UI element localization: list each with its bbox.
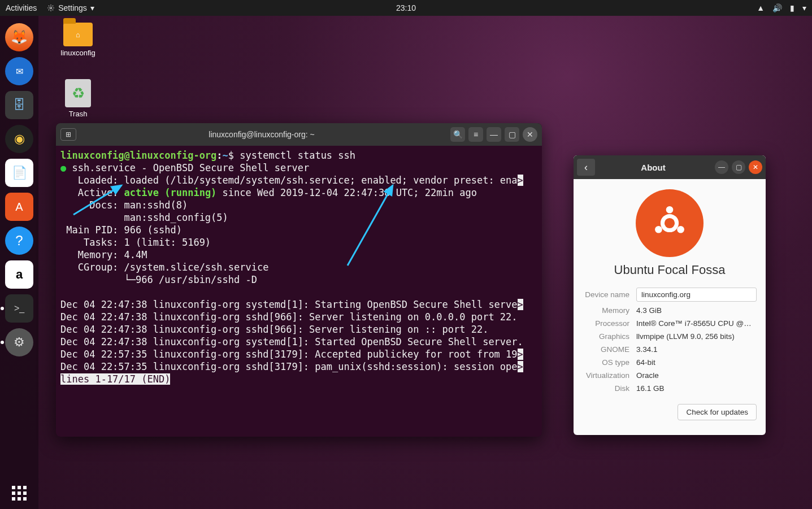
tasks-line: Tasks: 1 (limit: 5169) [60, 237, 211, 248]
pager-status: lines 1-17/17 (END) [60, 373, 170, 385]
clock[interactable]: 23:10 [396, 3, 416, 12]
status-dot-icon: ● [60, 162, 66, 173]
app-menu-label: Settings [58, 3, 87, 12]
terminal-body[interactable]: linuxconfig@linuxconfig-org:~$ systemctl… [56, 146, 542, 437]
about-row-processor: Processor Intel® Core™ i7-8565U CPU @… [583, 319, 757, 328]
dock-writer[interactable]: 📄 [5, 159, 33, 187]
dock-thunderbird[interactable]: ✉ [5, 57, 33, 85]
terminal-window: ⊞ linuxconfig@linuxconfig-org: ~ 🔍 ≡ — ▢… [56, 123, 542, 437]
about-window: ‹ About — ▢ ✕ Ubuntu Focal Fossa Device … [574, 155, 766, 435]
about-value: Intel® Core™ i7-8565U CPU @… [636, 319, 757, 328]
folder-icon: ⌂ [63, 23, 93, 46]
svg-point-3 [662, 216, 676, 230]
log-line: Dec 04 22:47:38 linuxconfig-org systemd[… [60, 299, 518, 310]
terminal-maximize-button[interactable]: ▢ [505, 127, 519, 142]
ubuntu-logo-icon [636, 189, 704, 257]
about-label: OS type [583, 358, 636, 367]
dock-files[interactable]: 🗄 [5, 91, 33, 119]
distro-name: Ubuntu Focal Fossa [614, 263, 726, 277]
about-value: llvmpipe (LLVM 9.0, 256 bits) [636, 332, 757, 341]
check-updates-button[interactable]: Check for updates [678, 404, 757, 420]
about-label: Device name [583, 290, 636, 299]
active-label: Active: [60, 187, 124, 198]
system-menu-chevron-icon[interactable]: ▾ [802, 3, 806, 12]
about-label: GNOME [583, 345, 636, 354]
about-label: Processor [583, 319, 636, 328]
speaker-icon: ◉ [14, 132, 25, 146]
thunderbird-icon: ✉ [16, 66, 23, 77]
desktop-trash-label: Trash [55, 110, 101, 118]
terminal-new-tab-button[interactable]: ⊞ [60, 128, 76, 141]
device-name-input[interactable] [636, 288, 757, 302]
about-minimize-button[interactable]: — [715, 160, 728, 174]
about-row-graphics: Graphics llvmpipe (LLVM 9.0, 256 bits) [583, 332, 757, 341]
about-label: Virtualization [583, 371, 636, 380]
log-line: Dec 04 22:57:35 linuxconfig-org sshd[317… [60, 349, 518, 360]
desktop-trash[interactable]: Trash [55, 79, 101, 118]
dock-terminal[interactable]: >_ [5, 294, 33, 323]
terminal-menu-button[interactable]: ≡ [468, 127, 483, 142]
hamburger-icon: ≡ [474, 130, 478, 139]
about-maximize-button[interactable]: ▢ [732, 160, 745, 174]
terminal-titlebar[interactable]: ⊞ linuxconfig@linuxconfig-org: ~ 🔍 ≡ — ▢… [56, 123, 542, 146]
cgroup-line-2: └─966 /usr/sbin/sshd -D [60, 274, 257, 285]
help-icon: ? [15, 233, 23, 249]
terminal-icon: >_ [14, 303, 24, 314]
about-title: About [595, 163, 711, 172]
about-row-virt: Virtualization Oracle [583, 371, 757, 380]
writer-icon: 📄 [12, 166, 27, 180]
about-body: Ubuntu Focal Fossa Device name Memory 4.… [574, 179, 766, 435]
volume-icon[interactable]: 🔊 [772, 3, 782, 12]
prompt-path: ~ [223, 150, 228, 161]
about-titlebar[interactable]: ‹ About — ▢ ✕ [574, 155, 766, 179]
memory-line: Memory: 4.4M [60, 249, 147, 260]
terminal-close-button[interactable]: ✕ [523, 127, 537, 142]
about-label: Graphics [583, 332, 636, 341]
about-label: Disk [583, 384, 636, 393]
desktop-folder-label: linuxconfig [55, 49, 101, 57]
terminal-minimize-button[interactable]: — [487, 127, 501, 142]
dock-firefox[interactable]: 🦊 [5, 23, 33, 51]
dock-software[interactable]: A [5, 193, 33, 221]
about-close-button[interactable]: ✕ [749, 160, 762, 174]
chevron-left-icon: ‹ [584, 162, 588, 173]
active-rest: since Wed 2019-12-04 22:47:38 UTC; 22min… [216, 187, 477, 198]
about-row-ostype: OS type 64-bit [583, 358, 757, 367]
svg-point-5 [677, 226, 684, 233]
app-menu[interactable]: Settings ▾ [47, 3, 94, 12]
about-value: Oracle [636, 371, 757, 380]
about-value: 4.3 GiB [636, 306, 757, 315]
show-applications-button[interactable] [8, 482, 31, 504]
svg-point-0 [50, 7, 52, 9]
trash-icon [65, 79, 91, 107]
dock-settings[interactable]: ⚙ [5, 328, 33, 356]
battery-icon[interactable]: ▮ [790, 3, 794, 12]
chevron-down-icon: ▾ [90, 3, 94, 12]
dock-rhythmbox[interactable]: ◉ [5, 125, 33, 153]
log-line: Dec 04 22:47:38 linuxconfig-org sshd[966… [60, 311, 518, 323]
top-panel: Activities Settings ▾ 23:10 ▲ 🔊 ▮ ▾ [0, 0, 812, 16]
about-row-gnome: GNOME 3.34.1 [583, 345, 757, 354]
svg-point-6 [655, 226, 662, 233]
about-value: 64-bit [636, 358, 757, 367]
about-back-button[interactable]: ‹ [577, 159, 595, 176]
mainpid-line: Main PID: 966 (sshd) [60, 224, 182, 236]
prompt-user: linuxconfig@linuxconfig-org [60, 150, 216, 161]
dock-help[interactable]: ? [5, 227, 33, 255]
dock-amazon[interactable]: a [5, 260, 33, 289]
active-state: active (running) [124, 187, 217, 198]
about-row-device: Device name [583, 288, 757, 302]
desktop-folder-linuxconfig[interactable]: ⌂ linuxconfig [55, 23, 101, 57]
loaded-line: Loaded: loaded (/lib/systemd/system/ssh.… [60, 175, 518, 186]
search-icon: 🔍 [453, 130, 463, 139]
terminal-search-button[interactable]: 🔍 [450, 127, 465, 142]
network-icon[interactable]: ▲ [757, 3, 765, 12]
terminal-command: systemctl status ssh [240, 150, 355, 161]
docs-line-2: man:sshd_config(5) [60, 212, 228, 223]
activities-button[interactable]: Activities [6, 3, 37, 12]
log-line: Dec 04 22:47:38 linuxconfig-org sshd[966… [60, 324, 488, 335]
cgroup-line: CGroup: /system.slice/ssh.service [60, 262, 268, 273]
about-row-disk: Disk 16.1 GB [583, 384, 757, 393]
log-line: Dec 04 22:57:35 linuxconfig-org sshd[317… [60, 361, 518, 372]
software-icon: A [15, 201, 23, 214]
